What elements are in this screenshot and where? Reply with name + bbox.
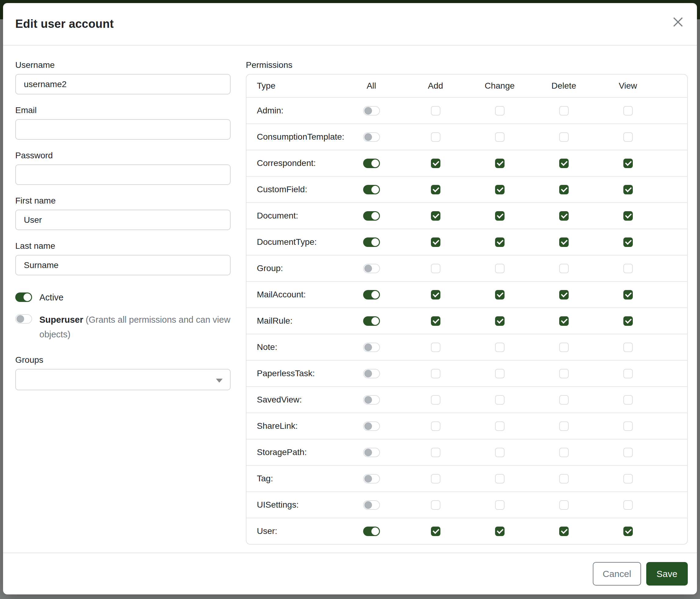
delete-checkbox[interactable] — [559, 316, 569, 326]
superuser-label: Superuser — [40, 315, 83, 325]
delete-checkbox[interactable] — [559, 264, 569, 273]
all-toggle[interactable] — [363, 290, 380, 300]
change-checkbox[interactable] — [495, 106, 504, 116]
view-checkbox[interactable] — [623, 185, 633, 194]
change-checkbox[interactable] — [495, 132, 504, 142]
add-checkbox[interactable] — [431, 395, 441, 405]
all-toggle[interactable] — [363, 500, 380, 510]
delete-checkbox[interactable] — [559, 342, 569, 352]
all-toggle[interactable] — [363, 185, 380, 194]
view-checkbox[interactable] — [623, 106, 633, 116]
view-checkbox[interactable] — [623, 448, 633, 457]
delete-checkbox[interactable] — [559, 159, 569, 168]
delete-checkbox[interactable] — [559, 132, 569, 142]
delete-checkbox[interactable] — [559, 237, 569, 247]
permission-row: SavedView: — [247, 386, 687, 413]
add-checkbox[interactable] — [431, 237, 441, 247]
delete-checkbox[interactable] — [559, 185, 569, 194]
change-checkbox[interactable] — [495, 395, 504, 405]
view-checkbox[interactable] — [623, 342, 633, 352]
add-checkbox[interactable] — [431, 316, 441, 326]
view-checkbox[interactable] — [623, 237, 633, 247]
change-checkbox[interactable] — [495, 264, 504, 273]
change-checkbox[interactable] — [495, 474, 504, 483]
password-group: Password — [15, 151, 231, 185]
add-checkbox[interactable] — [431, 422, 441, 431]
view-checkbox[interactable] — [623, 132, 633, 142]
view-checkbox[interactable] — [623, 527, 633, 536]
change-checkbox[interactable] — [495, 211, 504, 221]
view-checkbox[interactable] — [623, 500, 633, 510]
all-toggle[interactable] — [363, 159, 380, 168]
groups-select[interactable] — [15, 369, 231, 390]
view-checkbox[interactable] — [623, 211, 633, 221]
change-checkbox[interactable] — [495, 527, 504, 536]
delete-checkbox[interactable] — [559, 448, 569, 457]
all-toggle[interactable] — [363, 422, 380, 431]
view-checkbox[interactable] — [623, 395, 633, 405]
change-checkbox[interactable] — [495, 369, 504, 378]
username-input[interactable] — [15, 74, 231, 94]
change-checkbox[interactable] — [495, 185, 504, 194]
add-checkbox[interactable] — [431, 132, 441, 142]
all-toggle[interactable] — [363, 342, 380, 352]
delete-checkbox[interactable] — [559, 106, 569, 116]
add-checkbox[interactable] — [431, 369, 441, 378]
last-name-input[interactable] — [15, 255, 231, 275]
change-checkbox[interactable] — [495, 448, 504, 457]
add-checkbox[interactable] — [431, 500, 441, 510]
delete-checkbox[interactable] — [559, 422, 569, 431]
view-checkbox[interactable] — [623, 316, 633, 326]
add-checkbox[interactable] — [431, 474, 441, 483]
view-checkbox[interactable] — [623, 159, 633, 168]
change-checkbox[interactable] — [495, 342, 504, 352]
all-toggle[interactable] — [363, 474, 380, 483]
add-checkbox[interactable] — [431, 185, 441, 194]
add-checkbox[interactable] — [431, 211, 441, 221]
change-checkbox[interactable] — [495, 290, 504, 300]
delete-checkbox[interactable] — [559, 474, 569, 483]
add-checkbox[interactable] — [431, 159, 441, 168]
permission-row: CustomField: — [247, 176, 687, 202]
all-toggle[interactable] — [363, 369, 380, 378]
superuser-toggle[interactable] — [15, 314, 32, 324]
add-checkbox[interactable] — [431, 527, 441, 536]
delete-checkbox[interactable] — [559, 527, 569, 536]
add-checkbox[interactable] — [431, 106, 441, 116]
delete-checkbox[interactable] — [559, 500, 569, 510]
all-toggle[interactable] — [363, 316, 380, 326]
active-toggle[interactable] — [15, 292, 32, 302]
change-checkbox[interactable] — [495, 159, 504, 168]
all-toggle[interactable] — [363, 106, 380, 116]
add-checkbox[interactable] — [431, 264, 441, 273]
all-toggle[interactable] — [363, 448, 380, 457]
change-checkbox[interactable] — [495, 500, 504, 510]
view-checkbox[interactable] — [623, 264, 633, 273]
delete-checkbox[interactable] — [559, 369, 569, 378]
all-toggle[interactable] — [363, 132, 380, 142]
email-input[interactable] — [15, 119, 231, 140]
delete-checkbox[interactable] — [559, 290, 569, 300]
add-checkbox[interactable] — [431, 342, 441, 352]
all-toggle[interactable] — [363, 264, 380, 273]
view-checkbox[interactable] — [623, 474, 633, 483]
password-input[interactable] — [15, 164, 231, 185]
all-toggle[interactable] — [363, 237, 380, 247]
cancel-button[interactable]: Cancel — [593, 562, 641, 585]
delete-checkbox[interactable] — [559, 395, 569, 405]
change-checkbox[interactable] — [495, 316, 504, 326]
view-checkbox[interactable] — [623, 422, 633, 431]
view-checkbox[interactable] — [623, 290, 633, 300]
close-button[interactable] — [670, 14, 686, 30]
all-toggle[interactable] — [363, 527, 380, 536]
change-checkbox[interactable] — [495, 422, 504, 431]
first-name-input[interactable] — [15, 210, 231, 230]
delete-checkbox[interactable] — [559, 211, 569, 221]
add-checkbox[interactable] — [431, 290, 441, 300]
all-toggle[interactable] — [363, 395, 380, 405]
all-toggle[interactable] — [363, 211, 380, 221]
add-checkbox[interactable] — [431, 448, 441, 457]
change-checkbox[interactable] — [495, 237, 504, 247]
save-button[interactable]: Save — [646, 562, 688, 585]
view-checkbox[interactable] — [623, 369, 633, 378]
